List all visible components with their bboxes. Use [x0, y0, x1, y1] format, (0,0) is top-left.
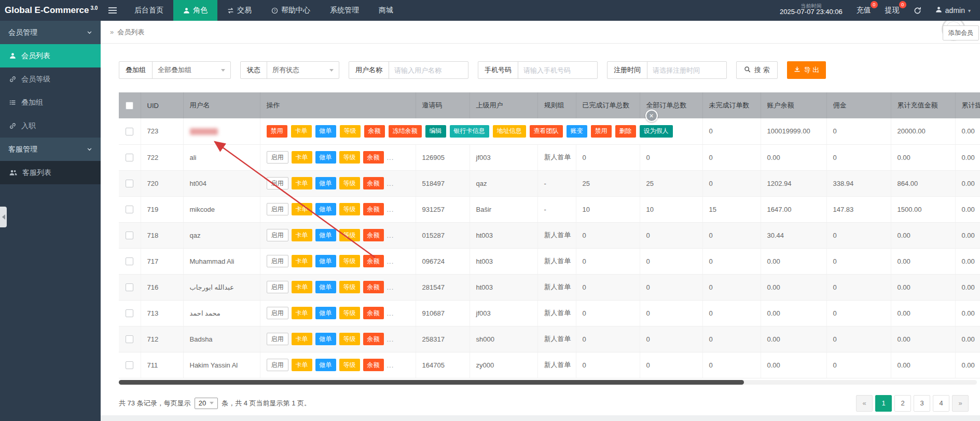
- row-checkbox[interactable]: [126, 309, 133, 317]
- row-action-button[interactable]: 余额: [363, 281, 384, 293]
- more-actions[interactable]: ...: [387, 361, 394, 369]
- more-actions[interactable]: ...: [387, 232, 394, 239]
- page-next-button[interactable]: »: [952, 395, 969, 412]
- user-menu[interactable]: admin ▾: [935, 6, 971, 15]
- row-action-button[interactable]: 余额: [363, 203, 384, 215]
- row-action-button[interactable]: 删除: [615, 125, 636, 138]
- row-action-button[interactable]: 银行卡信息: [450, 125, 489, 138]
- more-actions[interactable]: ...: [387, 335, 394, 343]
- row-action-button[interactable]: 余额: [363, 151, 384, 164]
- row-action-button[interactable]: 做单: [315, 203, 336, 215]
- row-checkbox[interactable]: [126, 206, 133, 213]
- select-all-checkbox[interactable]: [126, 102, 133, 110]
- row-action-button[interactable]: 启用: [267, 255, 288, 267]
- nav-item[interactable]: ?帮助中心: [261, 0, 320, 21]
- regtime-input[interactable]: [653, 66, 721, 74]
- more-actions[interactable]: ...: [387, 309, 394, 317]
- sidebar-item[interactable]: 会员等级: [0, 67, 101, 91]
- horizontal-scrollbar[interactable]: [119, 380, 977, 385]
- nav-item[interactable]: 商城: [369, 0, 403, 21]
- sidebar-item[interactable]: 入职: [0, 114, 101, 138]
- page-button[interactable]: 3: [914, 395, 930, 412]
- row-action-button[interactable]: 卡单: [291, 125, 312, 138]
- row-action-button[interactable]: 等级: [340, 125, 361, 138]
- sidebar-item[interactable]: 会员列表: [0, 44, 101, 67]
- row-action-button[interactable]: 卡单: [292, 359, 312, 371]
- sidebar-section-header[interactable]: 会员管理: [0, 21, 101, 44]
- row-action-button[interactable]: 卡单: [292, 281, 312, 293]
- more-actions[interactable]: ...: [387, 180, 394, 187]
- row-action-button[interactable]: 等级: [339, 359, 360, 371]
- export-button[interactable]: 导 出: [787, 61, 826, 79]
- row-action-button[interactable]: 卡单: [292, 229, 312, 241]
- row-action-button[interactable]: 做单: [315, 125, 336, 138]
- row-action-button[interactable]: 余额: [363, 333, 384, 345]
- row-action-button[interactable]: 启用: [267, 177, 288, 189]
- row-action-button[interactable]: 启用: [267, 203, 288, 215]
- row-checkbox[interactable]: [126, 361, 133, 369]
- row-action-button[interactable]: 做单: [315, 229, 336, 241]
- row-action-button[interactable]: 启用: [267, 359, 288, 371]
- row-action-button[interactable]: 禁用: [591, 125, 612, 138]
- row-action-button[interactable]: 余额: [363, 359, 384, 371]
- row-action-button[interactable]: 编辑: [425, 125, 446, 138]
- row-action-button[interactable]: 卡单: [292, 203, 312, 215]
- username-input[interactable]: [394, 66, 463, 74]
- page-button[interactable]: 4: [933, 395, 949, 412]
- row-action-button[interactable]: 查看团队: [530, 125, 563, 138]
- row-action-button[interactable]: 等级: [339, 307, 360, 319]
- row-action-button[interactable]: 做单: [315, 333, 336, 345]
- row-action-button[interactable]: 启用: [267, 281, 288, 293]
- close-icon[interactable]: ×: [645, 110, 658, 122]
- row-action-button[interactable]: 等级: [339, 333, 360, 345]
- row-action-button[interactable]: 启用: [267, 307, 288, 319]
- sidebar-item[interactable]: 叠加组: [0, 91, 101, 114]
- row-action-button[interactable]: 卡单: [292, 177, 312, 189]
- sidebar-item[interactable]: 客服列表: [0, 161, 101, 184]
- scrollbar-thumb[interactable]: [119, 380, 744, 385]
- page-button[interactable]: 1: [875, 395, 892, 412]
- nav-item[interactable]: 后台首页: [125, 0, 173, 21]
- row-action-button[interactable]: 余额: [363, 307, 384, 319]
- row-action-button[interactable]: 等级: [339, 151, 360, 164]
- row-action-button[interactable]: 地址信息: [493, 125, 526, 138]
- row-action-button[interactable]: 卡单: [292, 333, 312, 345]
- page-button[interactable]: 2: [894, 395, 911, 412]
- row-action-button[interactable]: 设为假人: [640, 125, 673, 138]
- nav-item[interactable]: 角色: [173, 0, 217, 21]
- row-checkbox[interactable]: [126, 154, 133, 161]
- row-action-button[interactable]: 做单: [315, 359, 336, 371]
- row-checkbox[interactable]: [126, 335, 133, 343]
- hamburger-menu-icon[interactable]: [101, 0, 125, 21]
- row-action-button[interactable]: 等级: [339, 281, 360, 293]
- nav-item[interactable]: 交易: [217, 0, 261, 21]
- row-action-button[interactable]: 余额: [363, 229, 384, 241]
- row-action-button[interactable]: 做单: [315, 151, 336, 164]
- row-action-button[interactable]: 启用: [267, 229, 288, 241]
- row-action-button[interactable]: 等级: [339, 229, 360, 241]
- row-action-button[interactable]: 禁用: [267, 125, 287, 138]
- row-action-button[interactable]: 余额: [363, 177, 384, 189]
- phone-input[interactable]: [523, 66, 592, 74]
- row-checkbox[interactable]: [126, 128, 133, 135]
- more-actions[interactable]: ...: [387, 154, 394, 161]
- more-actions[interactable]: ...: [387, 283, 394, 291]
- overlay-group-select[interactable]: 全部叠加组: [153, 62, 230, 78]
- more-actions[interactable]: ...: [387, 257, 394, 265]
- row-checkbox[interactable]: [126, 283, 133, 291]
- row-action-button[interactable]: 卡单: [292, 255, 312, 267]
- row-action-button[interactable]: 启用: [267, 151, 288, 164]
- row-action-button[interactable]: 做单: [315, 307, 336, 319]
- row-action-button[interactable]: 做单: [315, 177, 336, 189]
- row-action-button[interactable]: 等级: [339, 255, 360, 267]
- row-action-button[interactable]: 做单: [315, 281, 336, 293]
- withdraw-link[interactable]: 提现 0: [885, 6, 900, 15]
- row-action-button[interactable]: 余额: [363, 255, 384, 267]
- refresh-icon[interactable]: [914, 7, 921, 15]
- search-button[interactable]: 搜 索: [736, 61, 778, 79]
- nav-item[interactable]: 系统管理: [320, 0, 369, 21]
- row-action-button[interactable]: 卡单: [292, 151, 312, 164]
- status-select[interactable]: 所有状态: [267, 62, 339, 78]
- row-action-button[interactable]: 账变: [567, 125, 587, 138]
- add-member-button[interactable]: 添加会员: [943, 25, 979, 40]
